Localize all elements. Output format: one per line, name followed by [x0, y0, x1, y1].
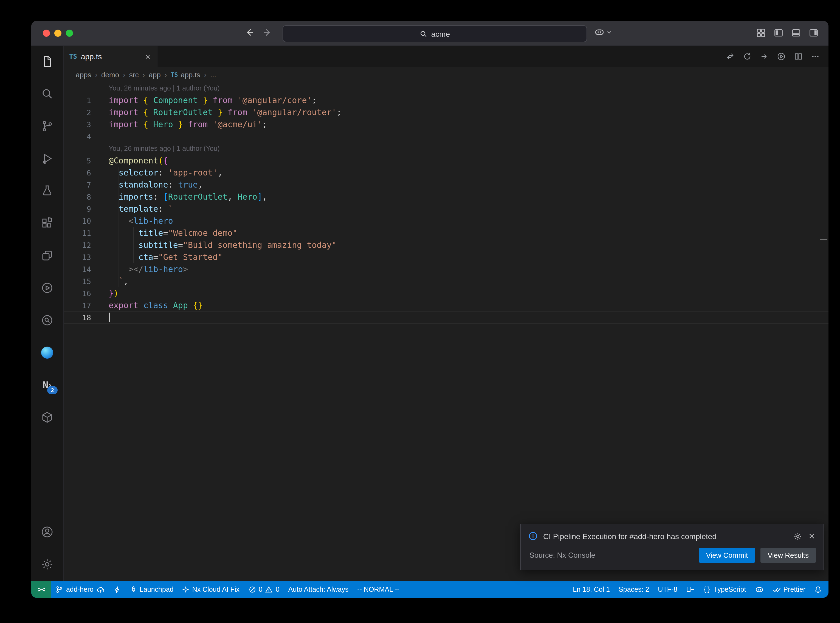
- toggle-panel-icon[interactable]: [791, 28, 801, 38]
- view-commit-button[interactable]: View Commit: [699, 548, 755, 563]
- breadcrumb-item-demo[interactable]: demo: [101, 71, 119, 79]
- code-line-17[interactable]: 17export class App {}: [64, 299, 828, 312]
- split-editor-icon[interactable]: [794, 52, 803, 61]
- code-line-15[interactable]: 15 `,: [64, 275, 828, 287]
- remote-indicator[interactable]: ><: [31, 581, 51, 598]
- breadcrumb[interactable]: apps›demo›src›app›TSapp.ts›...: [64, 67, 828, 82]
- formatter-indicator[interactable]: Prettier: [768, 581, 810, 598]
- code-line-8[interactable]: 8 imports: [RouterOutlet, Hero],: [64, 191, 828, 203]
- code-line-1[interactable]: 1import { Component } from '@angular/cor…: [64, 94, 828, 106]
- run-and-debug-icon[interactable]: [41, 152, 54, 165]
- code-line-11[interactable]: 11 title="Welcmoe demo": [64, 227, 828, 239]
- toggle-primary-sidebar-icon[interactable]: [774, 28, 783, 38]
- explorer-icon[interactable]: [41, 55, 54, 68]
- back-arrow-icon[interactable]: [244, 27, 255, 38]
- launchpad-indicator[interactable]: Launchpad: [125, 581, 178, 598]
- blame-annotation-row[interactable]: You, 26 minutes ago | 1 author (You): [64, 82, 828, 94]
- breadcrumb-item-apps[interactable]: apps: [76, 71, 91, 79]
- settings-gear-icon[interactable]: [41, 558, 54, 571]
- vim-mode-indicator[interactable]: -- NORMAL --: [353, 581, 404, 598]
- line-number[interactable]: 15: [64, 275, 91, 287]
- code-line-3[interactable]: 3import { Hero } from '@acme/ui';: [64, 118, 828, 130]
- copilot-status-indicator[interactable]: [750, 581, 768, 598]
- eol-indicator[interactable]: LF: [682, 581, 699, 598]
- nx-console-icon[interactable]: N› 2: [41, 378, 54, 391]
- circle-search-icon[interactable]: [41, 314, 54, 327]
- code-line-10[interactable]: 10 <lib-hero: [64, 215, 828, 227]
- extensions-icon[interactable]: [41, 216, 54, 230]
- tab-app-ts[interactable]: TS app.ts: [64, 46, 157, 67]
- line-number[interactable]: 11: [64, 227, 91, 239]
- line-number[interactable]: 5: [64, 155, 91, 167]
- branch-indicator[interactable]: add-hero: [51, 581, 109, 598]
- line-number[interactable]: 12: [64, 239, 91, 251]
- source-control-icon[interactable]: [41, 120, 54, 133]
- problems-indicator[interactable]: 0 0: [244, 581, 284, 598]
- notifications-bell[interactable]: [810, 581, 826, 598]
- more-actions-icon[interactable]: [811, 52, 820, 61]
- line-number[interactable]: 16: [64, 287, 91, 299]
- line-number[interactable]: 17: [64, 299, 91, 312]
- line-number[interactable]: 9: [64, 203, 91, 215]
- breadcrumb-item-app-ts[interactable]: TSapp.ts: [170, 71, 200, 79]
- customize-layout-icon[interactable]: [756, 28, 766, 38]
- breadcrumb-item-src[interactable]: src: [129, 71, 139, 79]
- line-number[interactable]: 14: [64, 263, 91, 275]
- search-sidebar-icon[interactable]: [41, 87, 54, 100]
- view-results-button[interactable]: View Results: [760, 548, 816, 563]
- code-line-18[interactable]: 18: [64, 312, 828, 324]
- line-number[interactable]: 10: [64, 215, 91, 227]
- line-number[interactable]: 13: [64, 251, 91, 263]
- breadcrumb-item--[interactable]: ...: [210, 71, 216, 79]
- edge-devtools-icon[interactable]: [41, 346, 54, 359]
- notification-close-icon[interactable]: [808, 532, 816, 540]
- line-number[interactable]: 1: [64, 94, 91, 106]
- code-line-14[interactable]: 14 ></lib-hero>: [64, 263, 828, 275]
- line-number[interactable]: 2: [64, 106, 91, 118]
- maximize-window-button[interactable]: [66, 30, 73, 37]
- line-number[interactable]: 3: [64, 118, 91, 130]
- encoding-indicator[interactable]: UTF-8: [653, 581, 682, 598]
- code-line-16[interactable]: 16}): [64, 287, 828, 299]
- blame-annotation-row[interactable]: You, 26 minutes ago | 1 author (You): [64, 143, 828, 155]
- indentation-indicator[interactable]: Spaces: 2: [614, 581, 653, 598]
- code-line-4[interactable]: 4: [64, 130, 828, 143]
- auto-attach-indicator[interactable]: Auto Attach: Always: [284, 581, 353, 598]
- line-number[interactable]: 7: [64, 179, 91, 191]
- minimize-window-button[interactable]: [54, 30, 61, 37]
- language-mode-indicator[interactable]: {} TypeScript: [699, 581, 750, 598]
- accounts-icon[interactable]: [41, 525, 54, 539]
- toggle-secondary-sidebar-icon[interactable]: [809, 28, 819, 38]
- close-window-button[interactable]: [43, 30, 50, 37]
- cursor-position-indicator[interactable]: Ln 18, Col 1: [568, 581, 614, 598]
- refresh-icon[interactable]: [743, 52, 752, 61]
- nx-cloud-indicator[interactable]: Nx Cloud AI Fix: [178, 581, 244, 598]
- forward-arrow-icon[interactable]: [262, 27, 273, 38]
- circle-play-icon[interactable]: [41, 281, 54, 295]
- code-line-5[interactable]: 5@Component({: [64, 155, 828, 167]
- code-line-12[interactable]: 12 subtitle="Build something amazing tod…: [64, 239, 828, 251]
- code-editor[interactable]: You, 26 minutes ago | 1 author (You)1imp…: [64, 82, 828, 581]
- copilot-menu[interactable]: [594, 27, 612, 37]
- notification-settings-gear-icon[interactable]: [793, 532, 802, 540]
- line-number[interactable]: 18: [64, 312, 91, 324]
- search-box[interactable]: acme: [283, 25, 587, 42]
- line-number[interactable]: 8: [64, 191, 91, 203]
- run-file-icon[interactable]: [777, 52, 786, 61]
- close-tab-icon[interactable]: [144, 53, 151, 60]
- line-number[interactable]: 6: [64, 167, 91, 179]
- open-changes-icon[interactable]: [726, 52, 735, 61]
- zap-indicator[interactable]: [109, 581, 125, 598]
- code-line-7[interactable]: 7 standalone: true,: [64, 179, 828, 191]
- line-number[interactable]: 4: [64, 130, 91, 143]
- open-preview-icon[interactable]: [760, 52, 769, 61]
- stacked-windows-icon[interactable]: [41, 249, 54, 262]
- line-number[interactable]: [64, 143, 91, 155]
- testing-icon[interactable]: [41, 184, 54, 198]
- code-line-6[interactable]: 6 selector: 'app-root',: [64, 167, 828, 179]
- line-number[interactable]: [64, 82, 91, 94]
- breadcrumb-item-app[interactable]: app: [149, 71, 160, 79]
- cube-icon[interactable]: [41, 411, 54, 424]
- code-line-9[interactable]: 9 template: `: [64, 203, 828, 215]
- code-line-2[interactable]: 2import { RouterOutlet } from '@angular/…: [64, 106, 828, 118]
